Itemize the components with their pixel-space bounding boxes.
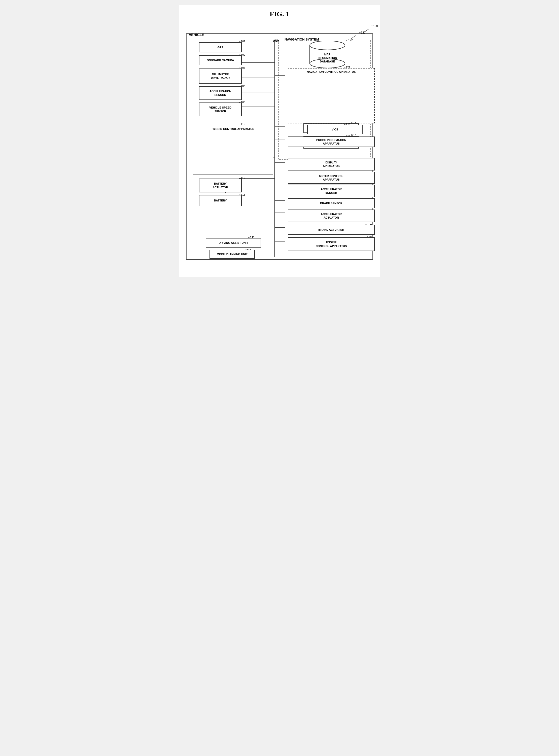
- gps-box: GPS: [199, 42, 242, 52]
- diagram: VEHICLE NW NAVIGATION SYSTEM ⌐100 ⌐120 ⌐…: [184, 23, 375, 265]
- accelerator-actuator-box: ACCELERATOR ACTUATOR: [288, 209, 375, 222]
- millimeter-wave-radar-box: MILLIMETER WAVE RADAR: [199, 68, 242, 84]
- brake-sensor-box: BRAKE SENSOR: [288, 198, 375, 208]
- ref-120: ⌐120: [359, 31, 365, 34]
- map-info-db-cylinder: MAP INFORMATION DATABASE ⌐122: [307, 41, 348, 66]
- svg-text:MAP: MAP: [324, 53, 330, 56]
- onboard-camera-box: ONBOARD CAMERA: [199, 55, 242, 65]
- nav-control-border: NAVIGATION CONTROL APPARATUS ⌐121a LEARN…: [288, 68, 375, 124]
- figure-title: FIG. 1: [184, 10, 375, 18]
- driving-assist-box: DRIVING ASSIST UNIT: [206, 238, 261, 248]
- hybrid-control-box: HYBRID CONTROL APPARATUS ⌐111 DRIVING AS…: [193, 125, 273, 175]
- battery-actuator-box: BATTERY ACTUATOR: [199, 179, 242, 193]
- vics-box: VICS: [307, 125, 363, 134]
- nw-label: NW: [273, 39, 279, 43]
- ref-100: ⌐100: [371, 24, 378, 28]
- svg-text:DATABASE: DATABASE: [320, 60, 335, 63]
- mode-planning-box: MODE PLANNING UNIT: [209, 250, 255, 259]
- svg-point-29: [310, 41, 345, 50]
- brake-actuator-box: BRAKE ACTUATOR: [288, 225, 375, 235]
- vehicle-speed-sensor-box: VEHICLE SPEED SENSOR: [199, 103, 242, 116]
- acceleration-sensor-box: ACCELERATION SENSOR: [199, 86, 242, 100]
- nav-control-label: NAVIGATION CONTROL APPARATUS: [288, 68, 374, 75]
- probe-info-box: PROBE INFORMATION APPARATUS: [288, 136, 375, 147]
- accelerator-sensor-box: ACCELERATOR SENSOR: [288, 184, 375, 197]
- display-apparatus-box: DISPLAY APPARATUS: [288, 158, 375, 171]
- battery-box: BATTERY: [199, 195, 242, 206]
- page: FIG. 1: [179, 5, 380, 277]
- vehicle-label: VEHICLE: [189, 33, 204, 37]
- svg-text:INFORMATION: INFORMATION: [318, 57, 337, 60]
- ref-122: ⌐122: [346, 38, 353, 42]
- meter-control-box: METER CONTROL APPARATUS: [288, 172, 375, 184]
- engine-control-box: ENGINE CONTROL APPARATUS: [288, 237, 375, 251]
